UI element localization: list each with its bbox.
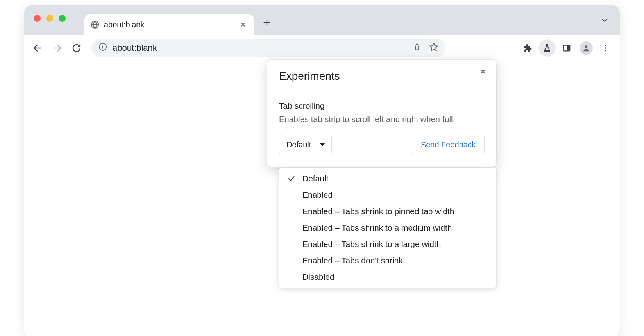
dropdown-option-label: Enabled – Tabs shrink to a medium width bbox=[302, 223, 488, 232]
dropdown-option[interactable]: Default bbox=[279, 170, 496, 187]
profile-avatar[interactable] bbox=[578, 39, 595, 57]
reload-button[interactable] bbox=[69, 40, 84, 56]
send-feedback-label: Send Feedback bbox=[421, 140, 476, 149]
svg-point-9 bbox=[605, 47, 606, 49]
select-value: Default bbox=[286, 140, 311, 149]
titlebar: about:blank bbox=[24, 5, 620, 35]
dropdown-option-label: Enabled – Tabs shrink to a large width bbox=[302, 239, 488, 249]
toolbar: about:blank bbox=[24, 35, 620, 61]
maximize-window-button[interactable] bbox=[59, 15, 66, 22]
dropdown-option-label: Enabled – Tabs shrink to pinned tab widt… bbox=[302, 207, 488, 216]
tab-list-chevron-icon[interactable] bbox=[599, 14, 610, 26]
experiment-description: Enables tab strip to scroll left and rig… bbox=[279, 114, 485, 124]
new-tab-button[interactable] bbox=[260, 16, 274, 29]
window-controls bbox=[34, 15, 66, 22]
close-tab-button[interactable] bbox=[238, 20, 248, 29]
address-bar[interactable]: about:blank bbox=[91, 39, 445, 57]
experiments-title: Experiments bbox=[279, 70, 485, 82]
dropdown-option-label: Disabled bbox=[302, 272, 488, 282]
kebab-menu-icon[interactable] bbox=[597, 39, 614, 57]
svg-point-7 bbox=[585, 45, 588, 48]
dropdown-option[interactable]: Disabled bbox=[279, 269, 496, 285]
experiments-flask-icon[interactable] bbox=[538, 39, 556, 57]
extensions-icon[interactable] bbox=[519, 39, 536, 57]
dropdown-option[interactable]: Enabled – Tabs don't shrink bbox=[279, 252, 496, 269]
dropdown-option[interactable]: Enabled bbox=[279, 187, 496, 203]
bookmark-star-icon[interactable] bbox=[429, 42, 438, 54]
dropdown-option[interactable]: Enabled – Tabs shrink to a large width bbox=[279, 236, 496, 252]
share-icon[interactable] bbox=[413, 43, 421, 54]
experiments-panel: Experiments Tab scrolling Enables tab st… bbox=[267, 60, 496, 167]
close-window-button[interactable] bbox=[34, 15, 41, 22]
experiment-select[interactable]: Default bbox=[279, 135, 332, 154]
avatar-icon bbox=[580, 41, 593, 55]
tab-title: about:blank bbox=[104, 20, 234, 29]
dropdown-option[interactable]: Enabled – Tabs shrink to a medium width bbox=[279, 220, 496, 236]
globe-icon bbox=[91, 20, 99, 29]
dropdown-option-label: Default bbox=[302, 174, 488, 183]
svg-point-8 bbox=[605, 45, 606, 46]
experiment-name: Tab scrolling bbox=[279, 101, 485, 111]
svg-rect-6 bbox=[567, 45, 570, 51]
forward-button[interactable] bbox=[49, 40, 65, 56]
dropdown-option[interactable]: Enabled – Tabs shrink to pinned tab widt… bbox=[279, 203, 496, 220]
back-button[interactable] bbox=[30, 40, 45, 56]
svg-point-10 bbox=[605, 50, 606, 51]
send-feedback-button[interactable]: Send Feedback bbox=[412, 135, 485, 154]
svg-marker-4 bbox=[430, 43, 438, 51]
side-panel-icon[interactable] bbox=[558, 39, 575, 57]
svg-point-3 bbox=[102, 45, 103, 45]
dropdown-option-label: Enabled bbox=[302, 190, 488, 200]
minimize-window-button[interactable] bbox=[46, 15, 53, 22]
toolbar-right bbox=[519, 39, 614, 57]
url-text: about:blank bbox=[113, 43, 157, 53]
browser-tab[interactable]: about:blank bbox=[84, 14, 254, 35]
experiment-select-dropdown: DefaultEnabledEnabled – Tabs shrink to p… bbox=[279, 168, 496, 288]
caret-down-icon bbox=[320, 143, 325, 146]
dropdown-option-label: Enabled – Tabs don't shrink bbox=[302, 256, 488, 265]
check-icon bbox=[287, 175, 296, 182]
site-info-icon[interactable] bbox=[98, 43, 107, 54]
close-panel-button[interactable] bbox=[477, 65, 489, 78]
